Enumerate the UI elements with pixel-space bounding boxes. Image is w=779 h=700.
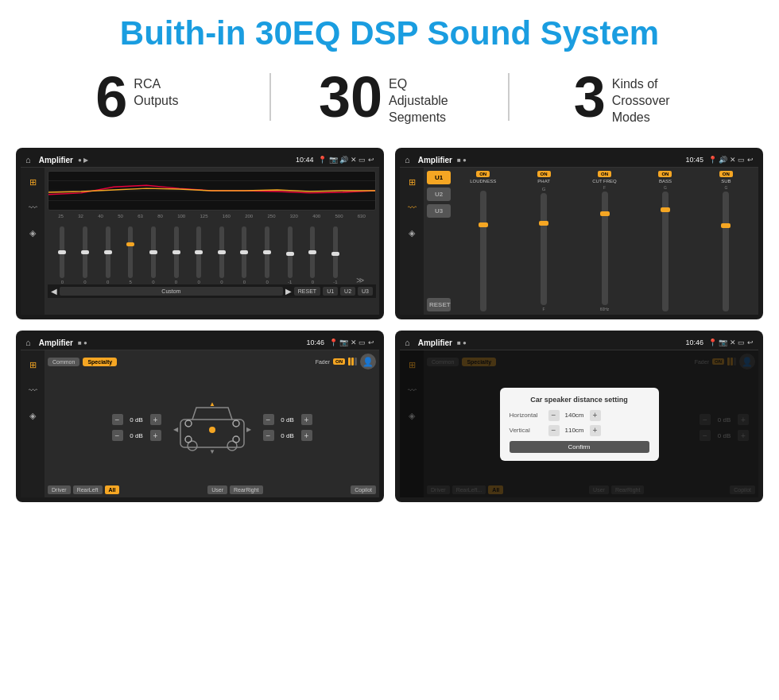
eq-slider-7[interactable]: 0	[219, 226, 224, 284]
sub-slider[interactable]	[723, 191, 729, 311]
eq-slider-4[interactable]: 0	[151, 226, 156, 284]
reset-btn[interactable]: RESET	[294, 287, 320, 296]
speaker-icon-2[interactable]: ◈	[404, 225, 420, 241]
preset-u1[interactable]: U1	[427, 171, 451, 184]
eq-slider-8[interactable]: 0	[242, 226, 246, 284]
vol-right1-plus[interactable]: +	[301, 414, 312, 425]
phat-slider[interactable]	[541, 193, 547, 305]
cutfreq-slider[interactable]	[602, 191, 608, 305]
eq-slider-2[interactable]: 0	[106, 226, 110, 284]
eq-slider-10[interactable]: -1	[288, 226, 293, 284]
vertical-label: Vertical	[510, 427, 545, 434]
rearright-btn[interactable]: RearRight	[230, 485, 263, 494]
wave-icon-3[interactable]: 〰	[25, 382, 41, 398]
fader-bar-1	[348, 358, 351, 365]
preset-u2[interactable]: U2	[427, 188, 451, 201]
speaker-icon-3[interactable]: ◈	[25, 408, 41, 423]
loudness-slider[interactable]	[480, 191, 486, 311]
phat-on[interactable]: ON	[537, 171, 551, 177]
home-icon-4[interactable]: ⌂	[405, 338, 410, 347]
fader-area: Fader ON	[316, 358, 357, 365]
cutfreq-on[interactable]: ON	[598, 171, 611, 177]
bass-label: BASS	[659, 179, 672, 184]
reset-amp-btn[interactable]: RESET	[427, 298, 451, 311]
prev-btn[interactable]: ◀	[51, 287, 57, 296]
eq-slider-5[interactable]: 0	[174, 226, 179, 284]
eq-slider-3[interactable]: 5	[128, 226, 133, 284]
u2-btn[interactable]: U2	[340, 287, 355, 296]
speaker-top: Common Specialty Fader ON 👤	[48, 354, 376, 369]
status-bar-2: ⌂ Amplifier ■ ● 10:45 📍 🔊 ✕ ▭ ↩	[400, 153, 758, 168]
fader-on[interactable]: ON	[333, 358, 345, 365]
eq-slider-12[interactable]: -1	[333, 226, 338, 284]
screenshots-grid: ⌂ Amplifier ● ▶ 10:44 📍 📷 🔊 ✕ ▭ ↩ ⊞ 〰 ◈	[0, 140, 779, 518]
vol-right2-minus[interactable]: −	[263, 430, 274, 441]
preset-u3[interactable]: U3	[427, 204, 451, 218]
car-diagram: ▲ ▼ ◀ ▶	[172, 400, 252, 455]
rearleft-btn[interactable]: RearLeft	[73, 485, 103, 494]
horizontal-plus[interactable]: +	[590, 410, 601, 421]
eq-slider-11[interactable]: 0	[310, 226, 315, 284]
user-btn[interactable]: User	[207, 485, 227, 494]
next-btn[interactable]: ▶	[285, 287, 292, 296]
status-dots-1: ● ▶	[78, 157, 88, 164]
dialog-overlay: Car speaker distance setting Horizontal …	[400, 350, 758, 497]
custom-btn[interactable]: Custom	[60, 287, 283, 296]
eq-slider-1[interactable]: 0	[83, 226, 87, 284]
ctrl-phat: ON PHAT G F	[514, 171, 572, 311]
left-sidebar-2: ⊞ 〰 ◈	[400, 168, 424, 315]
stats-row: 6 RCA Outputs 30 EQ Adjustable Segments …	[0, 60, 779, 140]
horizontal-minus[interactable]: −	[548, 410, 560, 421]
eq-graph	[48, 171, 376, 211]
svg-point-10	[185, 436, 192, 443]
eq-slider-0[interactable]: 0	[60, 226, 64, 284]
status-dots-2: ■ ●	[457, 157, 467, 164]
horizontal-label: Horizontal	[510, 412, 545, 419]
fader-label: Fader	[316, 359, 330, 365]
eq-slider-6[interactable]: 0	[196, 226, 201, 284]
time-3: 10:46	[306, 338, 324, 346]
speaker-icon[interactable]: ◈	[25, 225, 41, 241]
ctrl-cutfreq: ON CUT FREQ F 60Hz	[576, 171, 634, 311]
vol-left1-val: 0 dB	[126, 416, 148, 423]
bass-slider[interactable]	[662, 191, 669, 311]
time-4: 10:46	[685, 338, 703, 346]
status-icons-1: 📍 📷 🔊 ✕ ▭ ↩	[318, 156, 374, 164]
wave-icon-2[interactable]: 〰	[404, 199, 420, 215]
expand-icon[interactable]: ≫	[356, 276, 364, 284]
vol-left1-minus[interactable]: −	[112, 414, 123, 425]
vol-left2-minus[interactable]: −	[112, 430, 123, 441]
bass-on[interactable]: ON	[658, 171, 672, 177]
loudness-on[interactable]: ON	[476, 171, 490, 177]
vol-right2-plus[interactable]: +	[301, 430, 312, 441]
amp-controls: ON LOUDNESS ON PHAT G	[454, 171, 755, 311]
home-icon-1[interactable]: ⌂	[25, 155, 31, 164]
sub-on[interactable]: ON	[719, 171, 733, 177]
vol-right1-minus[interactable]: −	[263, 414, 274, 425]
home-icon-2[interactable]: ⌂	[405, 155, 410, 164]
driver-btn[interactable]: Driver	[48, 485, 71, 494]
vertical-plus[interactable]: +	[590, 425, 601, 436]
eq-slider-9[interactable]: 0	[265, 226, 269, 284]
vol-left2-val: 0 dB	[126, 432, 148, 439]
copilot-btn[interactable]: Copilot	[351, 485, 376, 494]
vol-left2-plus[interactable]: +	[150, 430, 161, 441]
u3-btn[interactable]: U3	[358, 287, 373, 296]
all-btn[interactable]: All	[105, 485, 120, 494]
status-bar-3: ⌂ Amplifier ■ ● 10:46 📍 📷 ✕ ▭ ↩	[21, 335, 379, 350]
wave-icon[interactable]: 〰	[25, 199, 41, 215]
mode-common[interactable]: Common	[48, 358, 79, 366]
eq-icon[interactable]: ⊞	[25, 174, 41, 190]
vol-left1-plus[interactable]: +	[150, 414, 161, 425]
u1-btn[interactable]: U1	[323, 287, 338, 296]
stat-crossover: 3 Kinds of Crossover Modes	[525, 68, 731, 126]
stat-eq-number: 30	[319, 68, 382, 126]
stat-eq: 30 EQ Adjustable Segments	[287, 68, 493, 126]
home-icon-3[interactable]: ⌂	[25, 338, 31, 347]
eq-icon-3[interactable]: ⊞	[25, 357, 41, 373]
mode-specialty[interactable]: Specialty	[83, 358, 117, 366]
confirm-button[interactable]: Confirm	[510, 441, 649, 453]
user-avatar[interactable]: 👤	[360, 354, 376, 369]
vertical-minus[interactable]: −	[548, 425, 560, 436]
eq-icon-2[interactable]: ⊞	[404, 174, 420, 190]
